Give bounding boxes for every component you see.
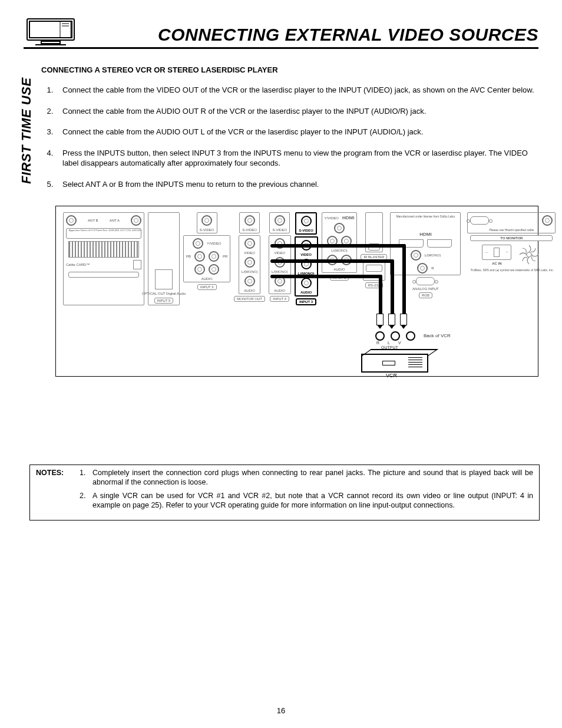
ant-a-jack bbox=[131, 215, 141, 226]
audio-label: AUDIO bbox=[300, 291, 312, 294]
steps-list: Connect the cable from the VIDEO OUT of … bbox=[41, 85, 538, 189]
input2-label: INPUT 2 bbox=[197, 284, 217, 290]
vcr-slot-icon bbox=[382, 361, 395, 365]
r-label: R bbox=[376, 341, 379, 345]
notes-list: 1. Completely insert the connection cord… bbox=[80, 469, 533, 510]
pr-jack bbox=[209, 251, 219, 262]
note-item: 1. Completely insert the connection cord… bbox=[80, 469, 533, 487]
vga-port-icon bbox=[416, 277, 435, 285]
rlv-labels: R L V bbox=[376, 341, 401, 345]
page: CONNECTING EXTERNAL VIDEO SOURCES FIRST … bbox=[0, 0, 562, 728]
fan-icon bbox=[517, 243, 541, 266]
notes-box: NOTES: 1. Completely insert the connecti… bbox=[29, 465, 540, 521]
rgb-label: RGB bbox=[419, 292, 432, 298]
section-heading: CONNECTING A STEREO VCR OR STEREO LASERD… bbox=[41, 65, 538, 74]
note-text: Completely insert the connection cord pl… bbox=[92, 469, 533, 487]
video-label: VIDEO bbox=[300, 253, 312, 256]
patent-note: Apparatus Claims of U.S Patent Nos. 4,63… bbox=[66, 228, 141, 239]
pr-label: PR bbox=[223, 255, 227, 258]
video-label: VIDEO bbox=[274, 251, 285, 255]
vcr-vent-icon bbox=[408, 357, 422, 368]
svideo-jack bbox=[275, 215, 285, 226]
cable-note: Please use Hitachi specified cable bbox=[489, 228, 534, 232]
svideo-label: S-VIDEO bbox=[272, 228, 287, 232]
vcr-icon bbox=[361, 354, 428, 373]
monitor-out-label: MONITOR OUT bbox=[234, 296, 265, 302]
step-item: Press the INPUTS button, then select INP… bbox=[55, 148, 538, 169]
lmono-label: L/(MONO) bbox=[242, 270, 258, 274]
cable-r-h bbox=[270, 275, 382, 278]
rca-jack-icon bbox=[375, 331, 385, 341]
note-number: 1. bbox=[80, 469, 88, 487]
input1-group: Y/VIDEOHDMI L/(MONO) AUDIO INPUT 1 bbox=[322, 212, 358, 305]
l-label: L bbox=[388, 341, 390, 345]
srs-note: TruBass, SRS and (●) symbol are trademar… bbox=[470, 268, 553, 272]
rca-plug-icon bbox=[388, 314, 395, 325]
rca-jack-icon bbox=[391, 331, 400, 341]
ac-in-label: AC IN bbox=[492, 262, 501, 265]
step-item: Select ANT A or B from the INPUTS menu t… bbox=[55, 179, 538, 190]
ant-group: ANT B ANT A Apparatus Claims of U.S Pate… bbox=[63, 212, 144, 305]
optical-port-icon bbox=[155, 269, 173, 289]
hdmi-group: Manufactured under license from Dolby La… bbox=[391, 212, 460, 305]
hdmi-label: HDMI bbox=[419, 232, 431, 237]
svideo-jack bbox=[201, 215, 212, 226]
pb-label: PB bbox=[186, 255, 191, 258]
svideo-jack bbox=[301, 216, 312, 226]
analog-input-label: ANALOG INPUT bbox=[412, 287, 439, 291]
input5-label: INPUT 5 bbox=[154, 298, 174, 304]
hdmi-port-icon bbox=[427, 239, 452, 248]
vcr-label: VCR bbox=[386, 373, 397, 378]
page-title: CONNECTING EXTERNAL VIDEO SOURCES bbox=[90, 25, 538, 46]
ac-in-port-icon: –~ bbox=[482, 245, 511, 260]
lmono-label: L/(MONO) bbox=[272, 270, 288, 274]
input2-group: S-VIDEO Y/VIDEO PBPR AUDIO INPUT 2 bbox=[183, 212, 230, 305]
input4-label: INPUT 4 bbox=[270, 296, 289, 302]
l-jack bbox=[244, 257, 255, 268]
cablecard-label: Cable CARD™ bbox=[66, 263, 90, 266]
vent-icon bbox=[68, 241, 139, 258]
pb-jack bbox=[194, 251, 205, 262]
l-jack bbox=[194, 264, 205, 275]
v-label: V bbox=[398, 341, 401, 345]
svideo-label: S-VIDEO bbox=[242, 228, 257, 232]
notes-heading: NOTES: bbox=[36, 469, 70, 510]
content: CONNECTING A STEREO VCR OR STEREO LASERD… bbox=[41, 65, 538, 377]
r-label: R bbox=[431, 266, 434, 270]
rs232-port-icon bbox=[366, 265, 382, 272]
r-jack bbox=[301, 278, 312, 288]
l-jack bbox=[411, 250, 421, 261]
note-number: 2. bbox=[80, 492, 88, 510]
cable-l-v bbox=[391, 259, 394, 315]
input3-group: S-VIDEO VIDEO L/(MONO) AUDIO INPUT 3 bbox=[295, 212, 318, 305]
rca-jack-icon bbox=[406, 331, 415, 341]
r-jack bbox=[417, 263, 428, 274]
rca-plugs bbox=[376, 314, 407, 325]
side-tab: FIRST TIME USE bbox=[16, 67, 38, 195]
y-jack bbox=[334, 223, 345, 233]
svideo-label: S-VIDEO bbox=[299, 229, 313, 232]
monitor-port-icon bbox=[470, 216, 489, 225]
cable-r-v bbox=[379, 275, 382, 315]
input4-group: S-VIDEO VIDEO L/(MONO) AUDIO INPUT 4 bbox=[269, 212, 291, 305]
side-tab-label: FIRST TIME USE bbox=[16, 67, 38, 195]
audio-label: AUDIO bbox=[274, 289, 285, 292]
optical-out-label: OPTICAL OUT Digital Audio bbox=[142, 292, 186, 295]
input5-group: OPTICAL OUT Digital Audio INPUT 5 bbox=[148, 212, 180, 305]
note-item: 2. A single VCR can be used for VCR #1 a… bbox=[80, 492, 533, 510]
audio-label: AUDIO bbox=[333, 268, 345, 271]
svg-rect-5 bbox=[41, 41, 60, 44]
r-jack bbox=[209, 264, 219, 275]
svg-rect-0 bbox=[27, 19, 74, 40]
video-label: VIDEO bbox=[244, 251, 255, 255]
page-header: CONNECTING EXTERNAL VIDEO SOURCES bbox=[24, 17, 538, 49]
connection-diagram: ANT B ANT A Apparatus Claims of U.S Pate… bbox=[55, 206, 538, 377]
r-jack bbox=[244, 276, 255, 286]
video-jack bbox=[244, 238, 255, 249]
yvideo-label: Y/VIDEO bbox=[325, 216, 339, 220]
rca-plug-icon bbox=[400, 314, 407, 325]
tv-icon bbox=[24, 17, 78, 46]
svideo-label: S-VIDEO bbox=[200, 228, 214, 232]
ant-b-jack bbox=[66, 215, 77, 226]
card-slot-icon bbox=[68, 272, 139, 278]
